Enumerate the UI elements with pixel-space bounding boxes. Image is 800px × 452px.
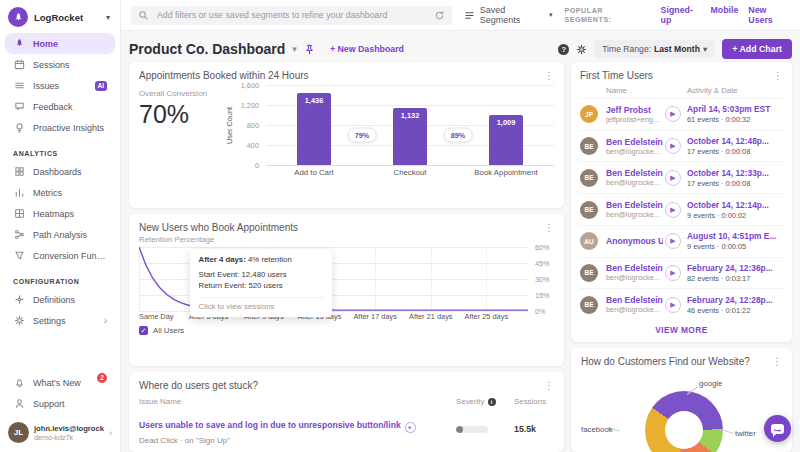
session-date[interactable]: February 24, 12:36p... <box>687 263 783 273</box>
kebab-menu-icon[interactable]: ⋮ <box>773 71 783 81</box>
session-date[interactable]: October 14, 12:48p... <box>687 136 783 146</box>
user-row[interactable]: BE Ben Edelstein ben@logrocket.com ▶ Feb… <box>580 257 783 289</box>
sidebar-item-feedback[interactable]: Feedback <box>5 96 115 117</box>
pin-icon[interactable] <box>304 44 315 55</box>
page-title[interactable]: Product Co. Dashboard <box>129 41 285 57</box>
donut-chart[interactable] <box>645 391 723 452</box>
user-menu-org: demo-kdz7k <box>34 433 104 442</box>
info-icon[interactable]: i <box>488 398 496 406</box>
funnel-bar-checkout[interactable]: 1,132 <box>393 108 427 165</box>
session-date[interactable]: October 14, 12:14p... <box>687 200 783 210</box>
user-row[interactable]: JP Jeff Probst jeffprobst+eng@gmail.com … <box>580 98 783 130</box>
search-input[interactable] <box>155 9 428 21</box>
funnel-bar-book-appointment[interactable]: 1,009 <box>489 115 523 165</box>
user-name[interactable]: Jeff Probst <box>606 105 663 115</box>
sidebar-item-label: Dashboards <box>33 167 107 177</box>
avatar: BE <box>580 137 598 155</box>
chat-widget-button[interactable] <box>764 415 791 442</box>
refresh-icon[interactable] <box>434 10 445 21</box>
play-session-button[interactable]: ▶ <box>665 170 681 186</box>
funnel-bar-cell: 1,009 <box>458 85 554 165</box>
user-name[interactable]: Anonymous User <box>606 236 663 246</box>
sidebar-item-issues[interactable]: Issues AI <box>5 75 115 96</box>
user-name[interactable]: Ben Edelstein <box>606 168 663 178</box>
kebab-menu-icon[interactable]: ⋮ <box>544 381 554 391</box>
gear-icon[interactable] <box>576 44 587 55</box>
user-name[interactable]: Ben Edelstein <box>606 295 663 305</box>
popular-segment-mobile[interactable]: Mobile <box>710 5 738 25</box>
topbar: Saved Segments ▾ POPULAR SEGMENTS: Signe… <box>121 0 800 31</box>
avatar: BE <box>580 296 598 314</box>
sidebar-item-label: Home <box>33 39 107 49</box>
session-date[interactable]: August 10, 4:51pm E... <box>687 231 783 241</box>
kebab-menu-icon[interactable]: ⋮ <box>544 223 554 233</box>
chevron-down-icon: ▾ <box>106 13 112 22</box>
notification-badge: 2 <box>97 373 107 383</box>
session-date[interactable]: October 14, 12:33p... <box>687 168 783 178</box>
new-dashboard-button[interactable]: + New Dashboard <box>330 44 404 54</box>
user-row[interactable]: BE Ben Edelstein ben@logrocket.com ▶ Feb… <box>580 288 783 320</box>
sidebar-item-metrics[interactable]: Metrics <box>5 182 115 203</box>
user-row[interactable]: AU Anonymous User ▶ August 10, 4:51pm E.… <box>580 225 783 257</box>
sidebar-item-label: Settings <box>33 316 96 326</box>
help-icon[interactable]: ? <box>558 44 569 55</box>
sidebar-item-conversion-funnels[interactable]: Conversion Funnels <box>5 245 115 266</box>
sidebar-item-label: Heatmaps <box>33 209 107 219</box>
kebab-menu-icon[interactable]: ⋮ <box>544 71 554 81</box>
funnel-bar-add-to-cart[interactable]: 1,436 <box>297 93 331 165</box>
user-name[interactable]: Ben Edelstein <box>606 137 663 147</box>
sidebar-item-support[interactable]: Support <box>5 393 115 414</box>
sidebar-item-home[interactable]: Home <box>5 33 115 54</box>
legend-all-users[interactable]: ✓ All Users <box>139 326 554 335</box>
sidebar-item-dashboards[interactable]: Dashboards <box>5 161 115 182</box>
sidebar-nav-analytics: Dashboards Metrics Heatmaps Path Analysi… <box>0 161 120 266</box>
issue-row: Users unable to save and log in due to u… <box>139 406 554 450</box>
session-meta: 46 events · 0:01:22 <box>687 306 783 315</box>
play-session-button[interactable]: ▶ <box>665 233 681 249</box>
kebab-menu-icon[interactable]: ⋮ <box>772 357 782 367</box>
user-email: ben@logrocket.com <box>606 273 663 282</box>
user-row[interactable]: BE Ben Edelstein ben@logrocket.com ▶ Oct… <box>580 161 783 193</box>
user-name[interactable]: Ben Edelstein <box>606 200 663 210</box>
retention-line-chart[interactable]: After 4 days: 4% retention Start Event: … <box>139 247 528 311</box>
play-session-button[interactable]: ▶ <box>665 106 681 122</box>
sidebar-item-definitions[interactable]: Definitions <box>5 289 115 310</box>
popular-segment-new-users[interactable]: New Users <box>748 5 790 25</box>
checkbox-checked-icon[interactable]: ✓ <box>139 326 148 335</box>
session-date[interactable]: February 24, 12:28p... <box>687 295 783 305</box>
sidebar-item-path-analysis[interactable]: Path Analysis <box>5 224 115 245</box>
sidebar-item-sessions[interactable]: Sessions <box>5 54 115 75</box>
play-session-button[interactable]: ▶ <box>665 265 681 281</box>
bar-value-label: 1,132 <box>401 108 420 165</box>
view-more-link[interactable]: VIEW MORE <box>580 320 783 338</box>
sidebar-item-proactive-insights[interactable]: Proactive Insights <box>5 117 115 138</box>
user-menu[interactable]: JL john.levis@logrocket.co... demo-kdz7k… <box>0 414 120 452</box>
sidebar-item-heatmaps[interactable]: Heatmaps <box>5 203 115 224</box>
user-name[interactable]: Ben Edelstein <box>606 263 663 273</box>
issue-link[interactable]: Users unable to save and log in due to u… <box>139 420 401 430</box>
play-session-button[interactable]: ▶ <box>665 138 681 154</box>
sidebar-item-whats-new[interactable]: What's New 2 <box>5 372 115 393</box>
sidebar-item-label: Metrics <box>33 188 107 198</box>
play-session-button[interactable]: ▶ <box>665 297 681 313</box>
chevron-right-icon: › <box>104 315 107 326</box>
chevron-down-icon[interactable]: ▾ <box>292 44 297 54</box>
popular-segment-signed-up[interactable]: Signed-up <box>661 5 701 25</box>
session-date[interactable]: April 14, 5:03pm EST <box>687 104 783 114</box>
user-avatar: JL <box>8 422 29 443</box>
tooltip-view-sessions[interactable]: Click to view sessions <box>199 297 323 311</box>
play-session-button[interactable]: ▶ <box>665 202 681 218</box>
chevron-down-icon: ▾ <box>703 44 707 54</box>
user-row[interactable]: BE Ben Edelstein ben@logrocket.com ▶ Oct… <box>580 193 783 225</box>
grid-icon <box>13 166 25 177</box>
time-range-dropdown[interactable]: Time Range: Last Month ▾ <box>594 40 715 58</box>
saved-segments-dropdown[interactable]: Saved Segments ▾ <box>464 5 553 25</box>
sidebar-item-settings[interactable]: Settings › <box>5 310 115 331</box>
user-row[interactable]: BE Ben Edelstein ben@logrocket.com ▶ Oct… <box>580 130 783 162</box>
nodes-icon <box>13 294 25 305</box>
user-email: ben@logrocket.com <box>606 305 663 314</box>
workspace-switcher[interactable]: LogRocket ▾ <box>0 0 120 33</box>
sidebar-item-label: Path Analysis <box>33 230 107 240</box>
add-chart-button[interactable]: + Add Chart <box>722 39 792 59</box>
play-icon[interactable]: ▸ <box>405 422 416 433</box>
